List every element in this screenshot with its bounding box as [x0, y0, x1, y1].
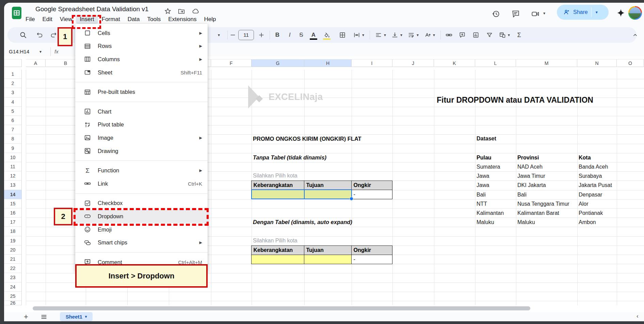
zoom-caret-icon[interactable]: ▾: [218, 27, 220, 43]
row-header-5[interactable]: 5: [4, 107, 22, 116]
column-header-A[interactable]: A: [26, 59, 46, 67]
row-header-8[interactable]: 8: [4, 134, 22, 143]
table-views-button[interactable]: [499, 27, 506, 43]
horizontal-align-button-caret-icon[interactable]: ▾: [384, 27, 386, 43]
column-header-F[interactable]: F: [211, 59, 252, 67]
vertical-align-button-caret-icon[interactable]: ▾: [400, 27, 402, 43]
menubar-item-insert[interactable]: Insert: [76, 15, 98, 24]
row-header-15[interactable]: 15: [4, 199, 22, 208]
row-header-9[interactable]: 9: [4, 144, 22, 153]
fill-color-button[interactable]: [323, 27, 330, 43]
horizontal-scrollbar-thumb[interactable]: [33, 306, 530, 310]
increase-font-size-button[interactable]: [258, 27, 265, 43]
row-header-2[interactable]: 2: [4, 79, 22, 88]
text-wrap-button-caret-icon[interactable]: ▾: [417, 27, 419, 43]
row-header-4[interactable]: 4: [4, 98, 22, 107]
column-header-M[interactable]: M: [516, 59, 577, 67]
column-header-I[interactable]: I: [352, 59, 392, 67]
italic-button[interactable]: I: [285, 27, 294, 43]
menubar-item-extensions[interactable]: Extensions: [164, 15, 200, 24]
column-header-N[interactable]: N: [577, 59, 617, 67]
row-header-18[interactable]: 18: [4, 227, 22, 236]
text-rotation-button-caret-icon[interactable]: ▾: [433, 27, 435, 43]
menu-item-link[interactable]: LinkCtrl+K: [75, 177, 208, 190]
ongkir-data-cell[interactable]: -: [352, 255, 392, 264]
text-wrap-button[interactable]: [408, 27, 415, 43]
font-size-input[interactable]: 11: [238, 30, 254, 40]
menubar-item-file[interactable]: File: [22, 15, 38, 24]
ongkir-data-cell[interactable]: [304, 255, 351, 264]
ongkir-data-cell[interactable]: [252, 255, 304, 264]
gemini-icon[interactable]: [616, 8, 626, 18]
row-header-11[interactable]: 11: [4, 162, 22, 171]
column-header-G[interactable]: G: [252, 59, 304, 67]
row-header-17[interactable]: 17: [4, 218, 22, 227]
row-header-7[interactable]: 7: [4, 125, 22, 134]
strikethrough-button[interactable]: S: [297, 27, 306, 43]
menu-item-drawing[interactable]: Drawing: [75, 144, 208, 158]
ongkir-header-cell[interactable]: Keberangkatan: [252, 181, 304, 190]
borders-button[interactable]: [339, 27, 346, 43]
insert-link-button[interactable]: [445, 27, 453, 43]
row-header-1[interactable]: 1: [4, 70, 22, 79]
share-button[interactable]: Share ▾: [557, 5, 609, 20]
move-folder-icon[interactable]: [178, 7, 185, 15]
menu-item-pre-built-tables[interactable]: Pre-built tables: [75, 85, 208, 99]
ongkir-header-cell[interactable]: Tujuan: [304, 246, 351, 255]
share-caret-icon[interactable]: ▾: [596, 10, 598, 15]
decrease-font-size-button[interactable]: [229, 27, 236, 43]
column-header-J[interactable]: J: [392, 59, 434, 67]
menu-item-smart-chips[interactable]: Smart chips▶: [75, 236, 208, 249]
menu-item-columns[interactable]: Columns▶: [75, 53, 208, 66]
all-sheets-icon[interactable]: [40, 313, 48, 321]
menubar-item-view[interactable]: View: [56, 15, 76, 24]
ongkir-header-cell[interactable]: Ongkir: [352, 246, 392, 255]
row-header-20[interactable]: 20: [4, 245, 22, 255]
collapse-toolbar-button[interactable]: [632, 27, 639, 43]
menubar-item-data[interactable]: Data: [124, 15, 144, 24]
row-header-23[interactable]: 23: [4, 273, 22, 282]
row-header-6[interactable]: 6: [4, 116, 22, 125]
ongkir-data-cell[interactable]: -: [352, 190, 392, 199]
add-sheet-icon[interactable]: +: [24, 312, 28, 321]
select-all-corner[interactable]: [4, 59, 22, 67]
column-header-K[interactable]: K: [434, 59, 475, 67]
menu-item-sheet[interactable]: SheetShift+F11: [75, 66, 208, 79]
menu-item-function[interactable]: ΣFunction▶: [75, 164, 208, 177]
row-header-13[interactable]: 13: [4, 181, 22, 190]
menu-item-dropdown[interactable]: Dropdown: [75, 210, 208, 223]
chevron-left-icon[interactable]: ‹: [637, 313, 639, 320]
selection-fill-handle[interactable]: [350, 197, 353, 201]
video-call-icon[interactable]: [531, 10, 538, 17]
menubar-item-format[interactable]: Format: [98, 15, 124, 24]
row-header-16[interactable]: 16: [4, 208, 22, 218]
bold-button[interactable]: B: [273, 27, 282, 43]
text-rotation-button[interactable]: [424, 27, 431, 43]
column-header-H[interactable]: H: [304, 59, 352, 67]
row-header-10[interactable]: 10: [4, 153, 22, 162]
row-header-22[interactable]: 22: [4, 264, 22, 273]
vertical-align-button[interactable]: [391, 27, 398, 43]
column-header-L[interactable]: L: [475, 59, 516, 67]
menubar-item-help[interactable]: Help: [200, 15, 220, 24]
undo-button[interactable]: [36, 27, 44, 43]
sheets-logo-icon[interactable]: [12, 6, 22, 20]
merge-cells-button-caret-icon[interactable]: ▾: [362, 27, 364, 43]
row-header-3[interactable]: 3: [4, 88, 22, 97]
create-filter-button[interactable]: [486, 27, 493, 43]
text-color-button[interactable]: A: [309, 27, 318, 43]
row-header-24[interactable]: 24: [4, 283, 22, 292]
row-header-26[interactable]: 26: [4, 301, 22, 305]
row-header-21[interactable]: 21: [4, 255, 22, 264]
ongkir-header-cell[interactable]: Ongkir: [352, 181, 392, 190]
row-header-12[interactable]: 12: [4, 171, 22, 181]
row-header-19[interactable]: 19: [4, 236, 22, 245]
horizontal-align-button[interactable]: [375, 27, 382, 43]
search-button[interactable]: [19, 27, 27, 43]
star-icon[interactable]: [164, 7, 172, 15]
avatar[interactable]: [628, 6, 642, 20]
table-views-button-caret-icon[interactable]: ▾: [508, 27, 510, 43]
sheet-tab-caret-icon[interactable]: ▾: [85, 314, 87, 319]
redo-button[interactable]: [50, 27, 57, 43]
insert-chart-button[interactable]: [472, 27, 479, 43]
